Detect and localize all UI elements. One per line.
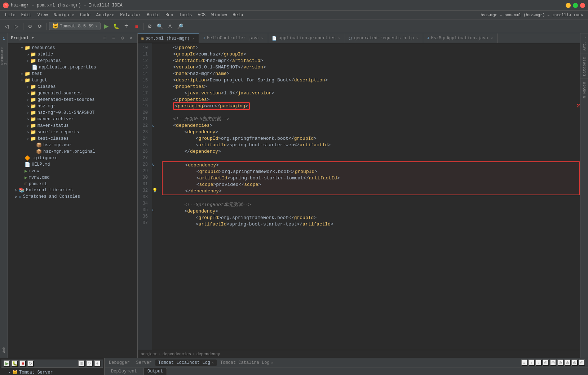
log-btn-6[interactable]: ⊕ — [557, 360, 563, 366]
menu-analyze[interactable]: Analyze — [93, 12, 117, 18]
tree-item-hsz-mgr-snapshot[interactable]: ▷📁hsz-mgr-0.0.1-SNAPSHOT — [8, 110, 137, 116]
hszapp-tab-close[interactable]: ✕ — [490, 36, 494, 41]
tree-item-mvnw-cmd[interactable]: ▶mvnw.cmd — [8, 174, 137, 181]
log-btn-8[interactable]: ⊕ — [571, 360, 578, 366]
tree-item-generated-sources[interactable]: ▷📁generated-sources — [8, 90, 137, 97]
services-tomcat-server[interactable]: ▾ 🐱 Tomcat Server — [1, 369, 103, 375]
menu-help[interactable]: Help — [230, 12, 246, 18]
prop-tab-close[interactable]: ✕ — [337, 36, 341, 41]
toolbar-sync[interactable]: ⟳ — [36, 22, 44, 31]
toolbar-more-2[interactable]: 🔍 — [156, 22, 164, 31]
tab-hello-controller[interactable]: J HelloController.java ✕ — [199, 34, 268, 43]
log-tab-tomcat-localhost[interactable]: Tomcat Localhost Log ✕ — [155, 360, 217, 366]
run-config-selector[interactable]: 🐱 Tomcat 8.5.69 ▾ — [49, 22, 101, 30]
toolbar-more-1[interactable]: ⚙ — [146, 22, 154, 31]
minimize-button[interactable] — [566, 3, 571, 8]
close-button[interactable] — [580, 3, 585, 8]
log-btn-2[interactable]: ↑ — [528, 360, 535, 366]
toolbar-back[interactable]: ◁ — [2, 22, 11, 31]
pom-xml-tab-close[interactable]: ✕ — [191, 36, 195, 41]
menu-code[interactable]: Code — [77, 12, 93, 18]
menu-navigate[interactable]: Navigate — [50, 12, 77, 18]
toolbar-build[interactable]: ⚙ — [26, 22, 34, 31]
project-tab-icon[interactable]: 1 — [0, 35, 8, 43]
tree-item-target[interactable]: ▾📁target — [8, 77, 137, 84]
svc-debug-btn[interactable]: 🐛 — [12, 360, 18, 367]
menu-file[interactable]: File — [2, 12, 18, 18]
menu-refactor[interactable]: Refactor — [117, 12, 144, 18]
menu-view[interactable]: View — [35, 12, 51, 18]
locate-icon[interactable]: ⊕ — [101, 35, 109, 42]
tree-item-mvnw[interactable]: ▶mvnw — [8, 168, 137, 174]
tree-item-classes[interactable]: ▷📁classes — [8, 84, 137, 90]
svc-run-btn[interactable]: ▶ — [4, 360, 10, 367]
menu-vcs[interactable]: VCS — [195, 12, 209, 18]
localhost-log-close[interactable]: ✕ — [212, 361, 214, 365]
tree-item-templates[interactable]: ▷📁templates — [8, 58, 137, 64]
tab-pom-xml[interactable]: m pom.xml (hsz-mgr) ✕ — [138, 34, 199, 43]
tree-item-generated-test-sources[interactable]: ▷📁generated-test-sources — [8, 97, 137, 103]
tab-application-properties[interactable]: 📄 application.properties ✕ — [268, 34, 345, 43]
log-tab-debugger[interactable]: Debugger — [106, 360, 133, 366]
log-btn-3[interactable]: ↓ — [535, 360, 542, 366]
web-tab-icon[interactable]: Web — [0, 345, 8, 356]
svc-add-btn[interactable]: + — [94, 360, 101, 367]
svc-restart-btn[interactable]: ⟳ — [27, 360, 34, 367]
tree-item-maven-status[interactable]: ▷📁maven-status — [8, 122, 137, 129]
log-btn-9[interactable]: ⊕ — [579, 360, 585, 366]
tree-item-static[interactable]: ▷📁static — [8, 51, 137, 58]
tab-hszapp-java[interactable]: J HszMgrApplication.java ✕ — [423, 34, 498, 43]
tree-item-pom-xml[interactable]: mpom.xml — [8, 181, 137, 187]
svc-group-btn[interactable]: ≡ — [78, 360, 85, 367]
coverage-button[interactable]: ☂ — [122, 22, 131, 31]
menu-run[interactable]: Run — [163, 12, 176, 18]
tree-item-test[interactable]: ▷📁test — [8, 71, 137, 77]
tree-item-war-original[interactable]: 📦hsz-mgr.war.original — [8, 148, 137, 155]
close-panel-icon[interactable]: ✕ — [127, 35, 134, 42]
tree-item-maven-archiver[interactable]: ▷📁maven-archiver — [8, 116, 137, 122]
maximize-button[interactable] — [573, 3, 578, 8]
deployment-tab[interactable]: Deployment — [107, 368, 141, 375]
log-btn-5[interactable]: ⊕ — [550, 360, 556, 366]
svc-stop-btn[interactable]: ■ — [19, 360, 26, 367]
output-tab[interactable]: Output — [143, 368, 167, 375]
tree-item-test-classes[interactable]: ▷📁test-classes — [8, 135, 137, 142]
right-tab-maven[interactable]: m Maven — [580, 79, 588, 101]
log-btn-4[interactable]: ⊕ — [543, 360, 549, 366]
structure-tab-icon[interactable]: 2: Structure — [0, 43, 8, 65]
log-tab-server[interactable]: Server — [133, 360, 155, 366]
right-tab-art[interactable]: Art... — [580, 33, 588, 54]
log-btn-7[interactable]: ⊕ — [564, 360, 571, 366]
menu-window[interactable]: Window — [208, 12, 230, 18]
stop-button[interactable]: ■ — [132, 22, 141, 31]
tree-item-gitignore[interactable]: 🔶.gitignore — [8, 155, 137, 161]
settings-icon[interactable]: ⚙ — [119, 35, 126, 42]
log-tab-tomcat-catalina[interactable]: Tomcat Catalina Log ✕ — [217, 360, 276, 366]
tree-item-war[interactable]: 📦hsz-mgr.war — [8, 142, 137, 148]
search-everywhere-button[interactable]: 🔎 — [176, 22, 185, 31]
debug-button[interactable]: 🐛 — [112, 22, 121, 31]
right-tab-database[interactable]: Database — [580, 54, 588, 79]
tree-item-application-properties[interactable]: 📄application.properties — [8, 64, 137, 71]
run-button[interactable]: ▶ — [102, 22, 111, 31]
tree-item-scratches[interactable]: ▷✏Scratches and Consoles — [8, 193, 137, 200]
code-line-34: <!--SpringBoot单元测试--> — [162, 202, 580, 208]
hello-java-tab-close[interactable]: ✕ — [261, 36, 264, 41]
catalina-log-close[interactable]: ✕ — [271, 361, 273, 365]
log-btn-1[interactable]: ≡ — [521, 360, 527, 366]
menu-edit[interactable]: Edit — [18, 12, 35, 18]
tree-item-help[interactable]: 📄HELP.md — [8, 161, 137, 168]
menu-build[interactable]: Build — [144, 12, 163, 18]
menu-tools[interactable]: Tools — [176, 12, 195, 18]
http-tab-close[interactable]: ✕ — [416, 36, 419, 41]
tree-item-surefire[interactable]: ▷📁surefire-reports — [8, 129, 137, 135]
tree-item-external-libraries[interactable]: ▷📚External Libraries — [8, 187, 137, 193]
tab-generated-requests[interactable]: ⬡ generated-requests.http ✕ — [345, 34, 423, 43]
toolbar-forward[interactable]: ▷ — [12, 22, 21, 31]
translate-button[interactable]: A — [166, 22, 174, 31]
svc-filter-btn[interactable]: ▽ — [86, 360, 93, 367]
code-editor[interactable]: 10 11 12 13 14 15 16 17 18 19 20 21 22 2… — [138, 43, 580, 350]
tree-item-resources[interactable]: ▾📁resources — [8, 45, 137, 51]
tree-item-hsz-mgr-dir[interactable]: ▷📁hsz-mgr — [8, 103, 137, 110]
collapse-icon[interactable]: ≡ — [110, 35, 117, 42]
